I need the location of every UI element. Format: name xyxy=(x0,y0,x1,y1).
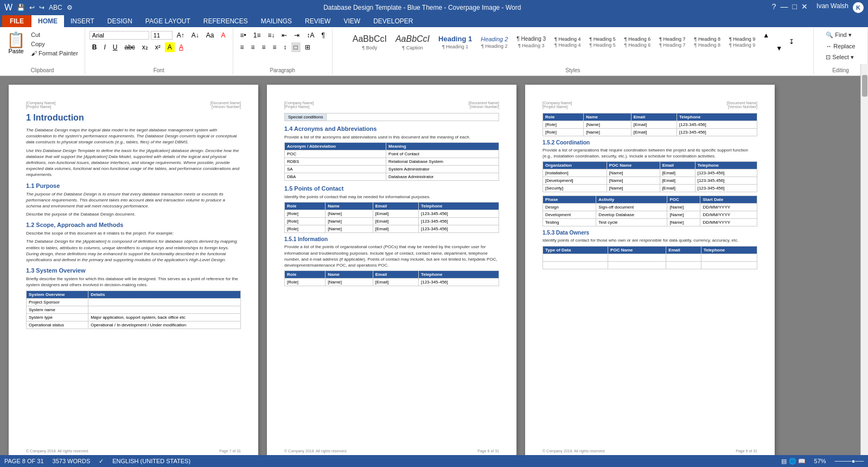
table-row: SASystem Administrator xyxy=(285,166,499,173)
styles-expand[interactable]: ↧ xyxy=(786,37,797,47)
copy-button[interactable]: Copy xyxy=(29,40,80,48)
bullets-button[interactable]: ≡• xyxy=(238,30,249,40)
zoom-slider[interactable]: ────●── xyxy=(835,458,864,464)
decrease-font-button[interactable]: A↓ xyxy=(189,30,202,40)
quick-access-more[interactable]: ⚙ xyxy=(67,4,73,11)
page-9-s153-normal: Identify points of contact for those who… xyxy=(542,237,757,243)
justify-button[interactable]: ≡ xyxy=(270,42,279,52)
tab-page-layout[interactable]: PAGE LAYOUT xyxy=(139,15,197,27)
increase-indent-button[interactable]: ⇥ xyxy=(291,30,302,40)
clipboard-label: Clipboard xyxy=(0,67,85,73)
page-7-footer-right: Page 7 of 31 xyxy=(219,449,241,453)
paste-button[interactable]: 📋 Paste xyxy=(4,30,28,56)
clipboard-group: 📋 Paste Cut Copy 🖌 Format Painter Clipbo… xyxy=(0,28,85,74)
sort-button[interactable]: ↕A xyxy=(304,30,317,40)
shading-button[interactable]: □ xyxy=(291,42,301,52)
language[interactable]: ENGLISH (UNITED STATES) xyxy=(112,458,190,464)
select-button[interactable]: ⊡ Select ▾ xyxy=(824,53,856,62)
styles-scroll-down[interactable]: ▼ xyxy=(773,43,785,53)
tab-view[interactable]: VIEW xyxy=(337,15,367,27)
show-marks-button[interactable]: ¶ xyxy=(318,30,327,40)
style-heading6[interactable]: ¶ Heading 6 ¶ Heading 6 xyxy=(621,33,654,51)
web-layout-button[interactable]: 🌐 xyxy=(789,458,796,464)
style-heading5[interactable]: ¶ Heading 5 ¶ Heading 5 xyxy=(585,33,619,51)
table-row: DBADatabase Administrator xyxy=(285,173,499,181)
user-name[interactable]: Ivan Walsh xyxy=(816,2,848,13)
scroll-thumb[interactable] xyxy=(862,75,867,97)
quick-access-save[interactable]: 💾 xyxy=(17,4,25,11)
tab-insert[interactable]: INSERT xyxy=(64,15,101,27)
replace-button[interactable]: ↔ Replace xyxy=(824,42,857,51)
text-effects-button[interactable]: A xyxy=(219,30,228,40)
find-button[interactable]: 🔍 Find ▾ xyxy=(824,30,854,40)
increase-font-button[interactable]: A↑ xyxy=(174,30,187,40)
multilevel-button[interactable]: ≡↓ xyxy=(265,30,277,40)
style-heading7[interactable]: ¶ Heading 7 ¶ Heading 7 xyxy=(655,33,689,51)
minimize-button[interactable]: — xyxy=(781,2,788,13)
quick-access-redo[interactable]: ↪ xyxy=(39,4,44,11)
page-9-role-table: RoleNameEmailTelephone [Role][Name][Emai… xyxy=(542,113,757,136)
style-heading8[interactable]: ¶ Heading 8 ¶ Heading 8 xyxy=(691,33,724,51)
style-body[interactable]: AaBbCcI ¶ Body xyxy=(349,30,391,53)
underline-button[interactable]: U xyxy=(110,42,120,52)
style-heading9[interactable]: ¶ Heading 9 ¶ Heading 9 xyxy=(725,33,759,51)
print-layout-button[interactable]: ▤ xyxy=(781,458,787,464)
maximize-button[interactable]: □ xyxy=(793,2,797,13)
decrease-indent-button[interactable]: ⇤ xyxy=(279,30,290,40)
style-heading3[interactable]: ¶ Heading 3 ¶ Heading 3 xyxy=(513,33,550,51)
tab-home[interactable]: HOME xyxy=(31,15,64,27)
cut-button[interactable]: Cut xyxy=(29,30,80,39)
spell-check-icon[interactable]: ✓ xyxy=(99,458,104,465)
close-button[interactable]: ✕ xyxy=(801,2,808,13)
align-right-button[interactable]: ≡ xyxy=(259,42,269,52)
table-row: [Role][Name][Email][123-345-456] xyxy=(285,225,499,233)
tab-file[interactable]: FILE xyxy=(2,15,31,27)
page-8-footer: © Company 2018. All rights reserved. Pag… xyxy=(284,449,499,453)
quick-access-spell[interactable]: ABC xyxy=(49,4,62,11)
page-7-s12-normal: Describe the scope of this document as i… xyxy=(26,230,241,236)
format-painter-button[interactable]: 🖌 Format Painter xyxy=(29,49,80,58)
page-9-footer: © Company 2018. All rights reserved. Pag… xyxy=(542,449,757,453)
style-heading2[interactable]: Heading 2 ¶ Heading 2 xyxy=(477,33,512,52)
page-7-s11-normal: Describe the purpose of the Database Des… xyxy=(26,211,241,217)
acronym-col1: Acronym / Abbreviation xyxy=(285,143,386,150)
strikethrough-button[interactable]: abc xyxy=(122,42,138,52)
quick-access-undo[interactable]: ↩ xyxy=(29,4,35,11)
italic-button[interactable]: I xyxy=(101,42,108,52)
styles-gallery: AaBbCcI ¶ Body AaBbCcI ¶ Caption Heading… xyxy=(349,30,797,53)
numbering-button[interactable]: 1≡ xyxy=(251,30,264,40)
vertical-scrollbar[interactable] xyxy=(860,64,868,455)
tab-mailings[interactable]: MAILINGS xyxy=(254,15,298,27)
table-row xyxy=(543,261,757,269)
clipboard-small-buttons: Cut Copy 🖌 Format Painter xyxy=(29,30,80,58)
subscript-button[interactable]: x₂ xyxy=(139,42,151,52)
line-spacing-button[interactable]: ↕ xyxy=(281,42,290,52)
table-row: [Installation][Name][Email][123-345-456] xyxy=(543,169,757,177)
page-9-footer-left: © Company 2018. All rights reserved. xyxy=(542,449,605,453)
font-row-1: A↑ A↓ Aa A xyxy=(90,30,228,40)
style-heading4[interactable]: ¶ Heading 4 ¶ Heading 4 xyxy=(551,33,584,51)
read-mode-button[interactable]: 📖 xyxy=(798,458,806,464)
style-caption[interactable]: AaBbCcI ¶ Caption xyxy=(392,30,433,53)
view-buttons: ▤ 🌐 📖 xyxy=(781,458,805,465)
tab-design[interactable]: DESIGN xyxy=(101,15,139,27)
text-highlight-button[interactable]: A xyxy=(165,42,175,52)
align-center-button[interactable]: ≡ xyxy=(248,42,258,52)
help-icon[interactable]: ? xyxy=(772,2,776,13)
tab-developer[interactable]: DEVELOPER xyxy=(367,15,419,27)
page-9-data-owners-table: Type of DataPOC NameEmailTelephone xyxy=(542,246,757,269)
font-name-selector[interactable] xyxy=(90,31,149,40)
font-color-button[interactable]: A xyxy=(176,42,186,52)
tab-review[interactable]: REVIEW xyxy=(298,15,337,27)
borders-button[interactable]: ⊞ xyxy=(302,42,313,52)
tab-references[interactable]: REFERENCES xyxy=(197,15,254,27)
styles-scroll-up[interactable]: ▲ xyxy=(760,30,772,40)
font-size-selector[interactable] xyxy=(151,31,173,40)
styles-label: Styles xyxy=(333,67,813,73)
bold-button[interactable]: B xyxy=(90,42,100,52)
clear-format-button[interactable]: Aa xyxy=(203,30,217,40)
superscript-button[interactable]: x² xyxy=(152,42,163,52)
page-8: [Company Name][Project Name] [Document N… xyxy=(267,85,516,458)
style-heading1[interactable]: Heading 1 ¶ Heading 1 xyxy=(435,31,476,52)
align-left-button[interactable]: ≡ xyxy=(238,42,247,52)
